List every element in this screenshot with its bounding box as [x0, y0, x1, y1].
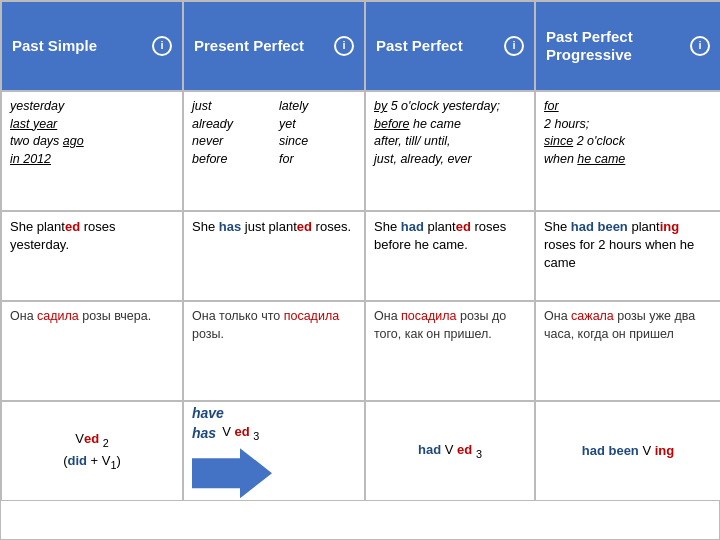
pp-te-already: already: [192, 116, 269, 134]
ru-pperf: Она посадила розы до того, как он пришел…: [374, 308, 526, 343]
time-expr-ps-4: in 2012: [10, 151, 174, 169]
sentence-pp: She has just planted roses.: [192, 218, 356, 236]
formula-past-simple: Ved 2 (did + V1): [1, 401, 183, 501]
pperf-te-3: after, till/ until,: [374, 133, 526, 151]
formula-pprog-text: had been V ing: [582, 441, 674, 461]
sentence-pprog: She had been planting roses for 2 hours …: [544, 218, 712, 273]
past-perfect-progressive-info-icon[interactable]: i: [690, 36, 710, 56]
formula-past-perfect: had V ed 3: [365, 401, 535, 501]
time-expr-ps-3: two days ago: [10, 133, 174, 151]
grammar-table: Past Simple i Present Perfect i Past Per…: [0, 0, 720, 540]
header-past-perfect-label: Past Perfect: [376, 37, 498, 55]
header-past-simple: Past Simple i: [1, 1, 183, 91]
pperf-te-4: just, already, ever: [374, 151, 526, 169]
formula-past-perfect-prog: had been V ing: [535, 401, 720, 501]
sentence-pperf: She had planted roses before he came.: [374, 218, 526, 254]
pperf-te-1: by 5 o'clock yesterday;: [374, 98, 526, 116]
pp-te-yet: yet: [279, 116, 356, 134]
pprog-te-1: for: [544, 98, 712, 116]
sentence-present-perfect: She has just planted roses.: [183, 211, 365, 301]
russian-past-perfect: Она посадила розы до того, как он пришел…: [365, 301, 535, 401]
pperf-te-2: before he came: [374, 116, 526, 134]
pp-te-before: before: [192, 151, 269, 169]
formula-pp-has: has: [192, 424, 216, 444]
formula-present-perfect: have has V ed 3: [183, 401, 365, 501]
russian-past-simple: Она садила розы вчера.: [1, 301, 183, 401]
formula-pp-have: have: [192, 404, 224, 424]
pprog-te-2: since 2 o'clock: [544, 133, 712, 151]
time-expr-past-simple: yesterday last year two days ago in 2012: [1, 91, 183, 211]
header-present-perfect-label: Present Perfect: [194, 37, 328, 55]
time-expr-ps-2: last year: [10, 116, 174, 134]
russian-past-perfect-prog: Она сажала розы уже два часа, когда он п…: [535, 301, 720, 401]
ru-pp: Она только что посадила розы.: [192, 308, 356, 343]
pp-te-for: for: [279, 151, 356, 169]
header-past-perfect-progressive-label: Past Perfect Progressive: [546, 28, 684, 64]
pp-te-just: just: [192, 98, 269, 116]
header-past-perfect-progressive: Past Perfect Progressive i: [535, 1, 720, 91]
ru-ps: Она садила розы вчера.: [10, 308, 174, 326]
formula-ps-text: Ved 2 (did + V1): [63, 429, 121, 473]
past-perfect-info-icon[interactable]: i: [504, 36, 524, 56]
pp-te-lately: lately: [279, 98, 356, 116]
ru-pprog: Она сажала розы уже два часа, когда он п…: [544, 308, 712, 343]
header-past-simple-label: Past Simple: [12, 37, 146, 55]
pp-te-since: since: [279, 133, 356, 151]
past-simple-info-icon[interactable]: i: [152, 36, 172, 56]
header-past-perfect: Past Perfect i: [365, 1, 535, 91]
time-expr-present-perfect: just already never before lately yet sin…: [183, 91, 365, 211]
time-expr-ps-1: yesterday: [10, 98, 174, 116]
pp-te-never: never: [192, 133, 269, 151]
pprog-te-3: when he came: [544, 151, 712, 169]
sentence-past-perfect-prog: She had been planting roses for 2 hours …: [535, 211, 720, 301]
sentence-past-simple: She planted roses yesterday.: [1, 211, 183, 301]
sentence-ps: She planted roses yesterday.: [10, 218, 174, 254]
formula-pp-ved: V ed 3: [222, 423, 259, 444]
russian-present-perfect: Она только что посадила розы.: [183, 301, 365, 401]
time-expr-past-perfect: by 5 o'clock yesterday; before he came a…: [365, 91, 535, 211]
sentence-past-perfect: She had planted roses before he came.: [365, 211, 535, 301]
present-perfect-info-icon[interactable]: i: [334, 36, 354, 56]
formula-pperf-text: had V ed 3: [418, 440, 482, 462]
arrow-icon: [192, 448, 272, 498]
header-present-perfect: Present Perfect i: [183, 1, 365, 91]
time-expr-past-perfect-prog: for 2 hours; since 2 o'clock when he cam…: [535, 91, 720, 211]
